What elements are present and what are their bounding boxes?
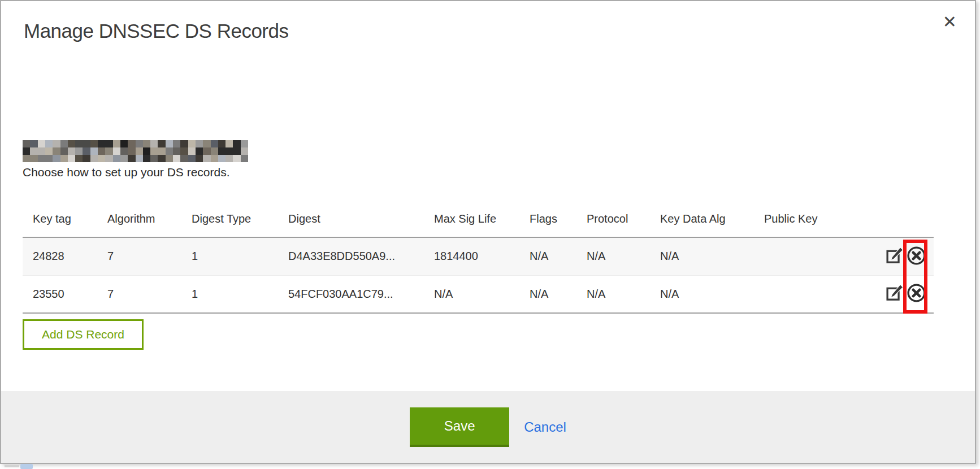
edit-record-icon[interactable]	[885, 284, 904, 302]
column-header-actions	[874, 202, 934, 237]
column-header-max-sig-life: Max Sig Life	[424, 202, 519, 237]
background-page-fragment	[20, 464, 33, 469]
cell-public-key	[754, 237, 874, 275]
cell-public-key	[754, 275, 874, 313]
close-icon[interactable]: ✕	[943, 14, 957, 31]
cell-actions	[874, 237, 934, 275]
cell-key-tag: 23550	[23, 275, 97, 313]
cancel-link[interactable]: Cancel	[524, 419, 566, 435]
redacted-domain-name	[23, 140, 248, 162]
page-title: Manage DNSSEC DS Records	[24, 20, 288, 42]
delete-record-icon[interactable]	[906, 245, 927, 266]
modal-footer: Save Cancel	[1, 391, 975, 463]
column-header-flags: Flags	[519, 202, 576, 237]
instruction-text: Choose how to set up your DS records.	[23, 166, 230, 179]
add-ds-record-button[interactable]: Add DS Record	[23, 319, 144, 350]
manage-dnssec-modal: Manage DNSSEC DS Records ✕ Choose how to…	[0, 0, 976, 464]
ds-records-table-wrap: Key tag Algorithm Digest Type Digest Max…	[23, 202, 934, 314]
background-page-fragment	[5, 465, 19, 467]
column-header-key-tag: Key tag	[23, 202, 97, 237]
edit-record-icon[interactable]	[885, 246, 904, 265]
table-row: 24828 7 1 D4A33E8DD550A9... 1814400 N/A …	[23, 237, 934, 275]
cell-algorithm: 7	[97, 237, 181, 275]
cell-flags: N/A	[519, 237, 576, 275]
cell-digest: 54FCF030AA1C79...	[278, 275, 424, 313]
column-header-protocol: Protocol	[576, 202, 650, 237]
cell-protocol: N/A	[576, 275, 650, 313]
cell-max-sig-life: 1814400	[424, 237, 519, 275]
column-header-public-key: Public Key	[754, 202, 874, 237]
column-header-digest-type: Digest Type	[181, 202, 278, 237]
column-header-algorithm: Algorithm	[97, 202, 181, 237]
cell-protocol: N/A	[576, 237, 650, 275]
column-header-digest: Digest	[278, 202, 424, 237]
cell-max-sig-life: N/A	[424, 275, 519, 313]
cell-key-tag: 24828	[23, 237, 97, 275]
cell-digest-type: 1	[181, 237, 278, 275]
cell-digest-type: 1	[181, 275, 278, 313]
cell-algorithm: 7	[97, 275, 181, 313]
cell-actions	[874, 275, 934, 313]
table-row: 23550 7 1 54FCF030AA1C79... N/A N/A N/A …	[23, 275, 934, 313]
save-button[interactable]: Save	[410, 407, 509, 447]
cell-key-data-alg: N/A	[650, 275, 754, 313]
delete-record-icon[interactable]	[906, 283, 927, 303]
column-header-key-data-alg: Key Data Alg	[650, 202, 754, 237]
cell-key-data-alg: N/A	[650, 237, 754, 275]
cell-flags: N/A	[519, 275, 576, 313]
table-header-row: Key tag Algorithm Digest Type Digest Max…	[23, 202, 934, 237]
ds-records-table: Key tag Algorithm Digest Type Digest Max…	[23, 202, 934, 314]
cell-digest: D4A33E8DD550A9...	[278, 237, 424, 275]
